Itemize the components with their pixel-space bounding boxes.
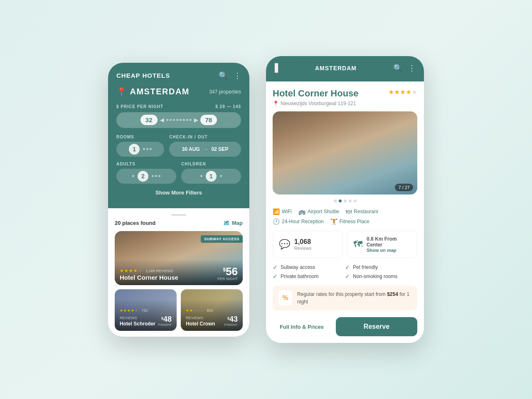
reception-icon: 🕐	[273, 218, 280, 225]
map-label: Map	[232, 220, 243, 226]
map-button[interactable]: 🗺️ Map	[223, 220, 243, 226]
hotel-card-info: ★★★★★ 1,068 REVIEWS Hotel Corner House	[120, 266, 178, 281]
show-more-filters-button[interactable]: Show More Filters	[116, 190, 241, 198]
shuttle-label: Airport Shuttle	[308, 209, 339, 214]
filled-stars: ★★★★	[388, 89, 411, 96]
amenity-reception: 🕐 24-Hour Reception	[273, 218, 324, 225]
feature-bathroom: ✓ Private bathroom	[273, 273, 345, 280]
subway-label: Subway access	[281, 264, 315, 270]
hotel-address: 📍 Nieuwezijds Voorburgwal 119-121	[273, 101, 417, 106]
property-count: 347 properties	[209, 89, 241, 95]
drag-handle	[171, 214, 186, 216]
back-button[interactable]: ‹	[274, 63, 278, 73]
header-actions: 🔍 ⋮	[219, 71, 241, 80]
fitness-icon: 🏋	[330, 218, 337, 225]
promo-icon: %	[278, 291, 292, 305]
amenity-fitness: 🏋 Fitness Place	[330, 218, 369, 225]
per-night-label: PER NIGHT	[217, 277, 238, 281]
hotel-badge: SUBWAY ACCESS	[201, 235, 243, 243]
children-label: CHILDREN	[181, 162, 241, 166]
promo-text: Regular rates for this property start fr…	[297, 291, 411, 305]
hotel-card-footer: ★★★★★ 1,068 REVIEWS Hotel Corner House $…	[115, 259, 243, 285]
hotel-photo-container[interactable]: 7 / 27	[273, 111, 417, 195]
hotel-card-featured[interactable]: SUBWAY ACCESS ★★★★★ 1,068 REVIEWS Hotel …	[115, 231, 243, 285]
rooms-label: ROOMS	[116, 135, 164, 139]
right-content: Hotel Corner House ★★★★★ 📍 Nieuwezijds V…	[266, 81, 424, 343]
search-button[interactable]: 🔍	[219, 71, 228, 80]
dot-1	[334, 200, 337, 202]
right-menu-button[interactable]: ⋮	[408, 64, 416, 73]
hotel-detail-name: Hotel Corner House	[273, 88, 359, 99]
promo-price: $254	[387, 291, 398, 297]
empty-star: ★	[411, 89, 417, 96]
left-header: CHEAP HOTELS 🔍 ⋮ 📍 AMSTERDAM 347 propert…	[108, 63, 249, 208]
price-range-label: $ 28 — 145	[215, 104, 241, 109]
adults-value: 2	[138, 171, 148, 182]
restaurant-label: Restaurant	[354, 209, 378, 214]
checkin-label: CHECK-IN / OUT	[169, 135, 241, 139]
hotel-name-row: Hotel Corner House ★★★★★	[273, 88, 417, 99]
results-section: 20 places found 🗺️ Map SUBWAY ACCESS ★★★…	[108, 208, 249, 337]
show-on-map-link[interactable]: Show on map	[367, 248, 411, 253]
amenity-wifi: 📶 WiFi	[273, 208, 292, 215]
hotel-card-schroder[interactable]: ★★★★★ 732 REVIEWS Hotel Schroder $48 P/N…	[115, 289, 177, 331]
hotel-star-rating: ★★★★★	[388, 88, 417, 96]
children-value: 1	[206, 171, 217, 182]
rooms-pill[interactable]: 1	[116, 142, 164, 157]
review-count: 1,068 REVIEWS	[145, 269, 173, 273]
restaurant-icon: 🍽	[346, 208, 352, 215]
reception-label: 24-Hour Reception	[282, 219, 324, 224]
rooms-value: 1	[129, 144, 140, 155]
info-cards: 💬 1,068 Reviews 🗺 0.8 Km From Center Sho…	[273, 231, 417, 258]
rooms-filter: ROOMS 1	[116, 135, 164, 157]
star-rating: ★★★★	[120, 268, 138, 273]
reviews-card[interactable]: 💬 1,068 Reviews	[273, 231, 343, 258]
pin-icon: 📍	[116, 87, 128, 97]
dot-3	[344, 200, 347, 202]
photo-counter: 7 / 27	[395, 184, 413, 191]
map-icon: 🗺️	[223, 220, 230, 226]
full-info-button[interactable]: Full Info & Prices	[273, 318, 331, 336]
right-phone: ‹ AMSTERDAM 🔍 ⋮ Hotel Corner House ★★★★★…	[266, 56, 424, 343]
hotel-price: $56 PER NIGHT	[217, 266, 238, 281]
range-dots	[166, 119, 192, 121]
small-hotel-cards: ★★★★★ 732 REVIEWS Hotel Schroder $48 P/N…	[115, 289, 243, 331]
children-filter: CHILDREN 1	[181, 162, 241, 184]
reserve-button[interactable]: Reserve	[336, 317, 417, 336]
reviews-icon: 💬	[279, 239, 290, 250]
crown-price: 43	[229, 315, 238, 323]
map-card[interactable]: 🗺 0.8 Km From Center Show on map	[347, 231, 417, 258]
address-text: Nieuwezijds Voorburgwal 119-121	[281, 101, 356, 106]
checkin-pill[interactable]: 30 AUG → 02 SEP	[169, 142, 241, 157]
schroder-stars: ★★★★	[120, 308, 135, 313]
children-pill[interactable]: 1	[181, 169, 241, 184]
results-header: 20 places found 🗺️ Map	[115, 220, 243, 226]
left-phone: CHEAP HOTELS 🔍 ⋮ 📍 AMSTERDAM 347 propert…	[108, 63, 249, 337]
location-pin-icon: 📍	[273, 101, 279, 106]
right-search-button[interactable]: 🔍	[393, 64, 402, 73]
location-name: 📍 AMSTERDAM	[116, 87, 190, 97]
adults-children-row: ADULTS 2 CHILDREN 1	[116, 162, 241, 184]
menu-button[interactable]: ⋮	[234, 71, 241, 80]
map-card-icon: 🗺	[353, 239, 362, 250]
checkin-filter: CHECK-IN / OUT 30 AUG → 02 SEP	[169, 135, 241, 157]
checkin-to: 02 SEP	[212, 146, 229, 152]
right-arrow-icon: ▶	[194, 117, 198, 123]
fitness-label: Fitness Place	[340, 219, 369, 224]
adults-pill[interactable]: 2	[116, 169, 176, 184]
hotel-card-crown[interactable]: ★★★★★ 802 REVIEWS Hotel Crown $43 P/NIGH…	[181, 289, 243, 331]
price-max: 78	[200, 115, 217, 125]
wifi-label: WiFi	[282, 209, 292, 214]
dot-2	[339, 200, 342, 202]
location-row: 📍 AMSTERDAM 347 properties	[116, 87, 241, 97]
feature-subway: ✓ Subway access	[273, 264, 345, 271]
crown-stars-row: ★★★★★ 802 REVIEWS	[186, 306, 224, 321]
shuttle-icon: 🚌	[298, 208, 305, 215]
check-smoking-icon: ✓	[345, 273, 350, 280]
pet-label: Pet friendly	[353, 264, 378, 270]
check-subway-icon: ✓	[273, 264, 278, 271]
price-range-bar[interactable]: 32 ◀ ▶ 78	[116, 112, 241, 128]
reviews-count: 1,068	[294, 238, 312, 246]
schroder-name: Hotel Schroder	[120, 321, 158, 327]
right-header-actions: 🔍 ⋮	[393, 64, 416, 73]
